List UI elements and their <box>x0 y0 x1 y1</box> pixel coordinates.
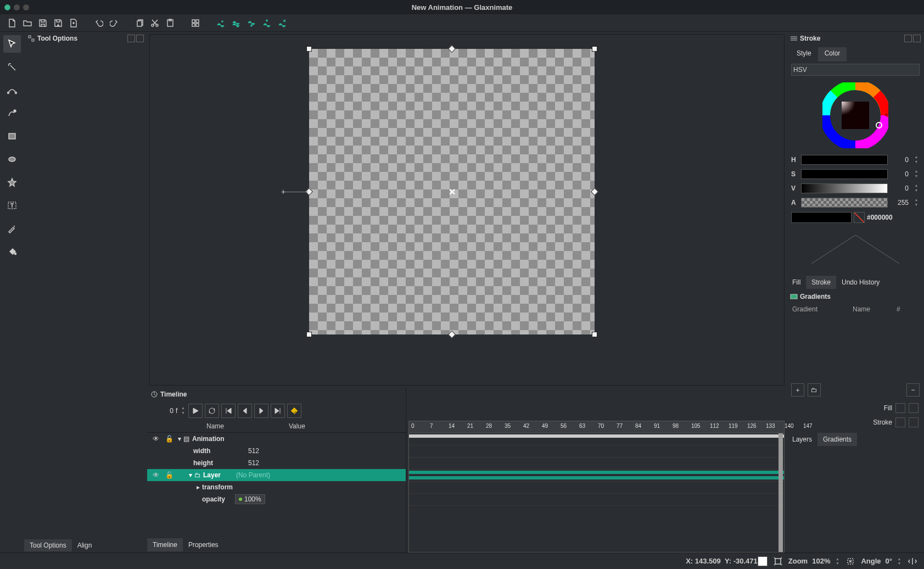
panel-close-button[interactable] <box>136 35 144 42</box>
zoom-down[interactable]: ▼ <box>835 561 840 566</box>
color-mode-select[interactable]: HSV <box>791 64 920 76</box>
paste-button[interactable] <box>164 16 177 30</box>
record-keyframe-button[interactable] <box>287 404 301 418</box>
fill-linear-button[interactable] <box>895 403 905 413</box>
selection-handle-tr[interactable] <box>592 46 597 52</box>
save-file-button[interactable] <box>36 16 49 30</box>
zoom-up[interactable]: ▲ <box>835 557 840 561</box>
save-as-button[interactable] <box>52 16 65 30</box>
a-down[interactable]: ▼ <box>913 203 920 208</box>
lock-icon[interactable]: 🔓 <box>163 435 176 443</box>
current-swatch[interactable] <box>758 556 768 566</box>
row-value[interactable]: (No Parent) <box>236 471 406 479</box>
tab-properties[interactable]: Properties <box>183 538 224 551</box>
gradient-list[interactable] <box>787 315 924 381</box>
value-value[interactable]: 0 <box>891 185 910 192</box>
ellipse-tool[interactable] <box>3 150 21 168</box>
tree-row-height[interactable]: height 512 <box>147 457 406 469</box>
v-up[interactable]: ▲ <box>913 183 920 188</box>
saturation-slider[interactable] <box>801 169 888 179</box>
s-up[interactable]: ▲ <box>913 169 920 174</box>
opacity-value-input[interactable]: 100% <box>235 494 265 504</box>
tab-align[interactable]: Align <box>72 539 98 551</box>
selection-handle-tl[interactable] <box>306 46 312 52</box>
tab-stroke[interactable]: Stroke <box>806 276 836 289</box>
tree-row-transform[interactable]: ▸ transform <box>147 481 406 493</box>
next-frame-button[interactable] <box>254 404 268 418</box>
layer-lower-button[interactable] <box>245 16 258 30</box>
panel-float-button[interactable] <box>904 35 912 42</box>
visibility-icon[interactable]: 👁 <box>149 435 163 443</box>
new-gradient-button[interactable]: ＋ <box>791 383 804 397</box>
color-picker-tool[interactable] <box>3 220 21 237</box>
panel-float-button[interactable] <box>127 35 135 42</box>
angle-up[interactable]: ▲ <box>897 557 902 561</box>
tab-layers[interactable]: Layers <box>787 433 817 446</box>
tab-timeline[interactable]: Timeline <box>147 538 183 551</box>
stroke-linear-button[interactable] <box>895 417 905 427</box>
layer-duplicate-button[interactable] <box>229 16 243 30</box>
play-button[interactable] <box>188 404 203 418</box>
selection-anchor-icon[interactable]: ✕ <box>449 187 456 197</box>
layer-new-button[interactable] <box>214 16 227 30</box>
track-width[interactable] <box>409 445 784 458</box>
window-minimize-button[interactable] <box>14 4 20 10</box>
zoom-fit-button[interactable] <box>772 555 784 567</box>
value-slider[interactable] <box>801 183 888 193</box>
timeline-tracks[interactable] <box>408 433 785 553</box>
undo-button[interactable] <box>92 16 105 30</box>
window-close-button[interactable] <box>4 4 10 10</box>
alpha-value[interactable]: 255 <box>891 199 910 207</box>
frame-spin-down[interactable]: ▼ <box>180 411 186 416</box>
visibility-icon[interactable]: 👁 <box>149 471 163 479</box>
bezier-tool[interactable] <box>3 81 21 99</box>
lock-icon[interactable]: 🔓 <box>163 471 176 479</box>
selection-handle-bl[interactable] <box>306 332 312 337</box>
prev-frame-button[interactable] <box>238 404 252 418</box>
timeline-tracks-area[interactable]: 0714212835424956637077849198105112119126… <box>406 388 787 553</box>
edit-tool[interactable] <box>3 58 21 76</box>
rectangle-tool[interactable] <box>3 127 21 145</box>
track-height[interactable] <box>409 458 784 470</box>
expand-toggle[interactable]: ▾ <box>176 435 183 443</box>
tab-undo-history[interactable]: Undo History <box>836 276 885 289</box>
loop-button[interactable] <box>205 404 219 418</box>
selection-handle-br[interactable] <box>592 332 597 337</box>
h-up[interactable]: ▲ <box>913 155 920 160</box>
bucket-fill-tool[interactable] <box>3 243 21 260</box>
hue-value[interactable]: 0 <box>891 156 910 164</box>
s-down[interactable]: ▼ <box>913 174 920 179</box>
layer-tree[interactable]: 👁 🔓 ▾ ▤ Animation width 512 hei <box>147 433 406 537</box>
no-color-button[interactable] <box>854 212 865 223</box>
select-tool[interactable] <box>3 35 21 53</box>
row-value[interactable]: 512 <box>248 447 406 455</box>
open-file-button[interactable] <box>21 16 34 30</box>
track-transform[interactable] <box>409 482 784 494</box>
expand-toggle[interactable]: ▸ <box>194 483 202 491</box>
freehand-tool[interactable] <box>3 104 21 122</box>
fill-radial-button[interactable] <box>909 403 919 413</box>
row-value[interactable]: 512 <box>248 459 406 467</box>
select-all-button[interactable] <box>189 16 202 30</box>
tree-row-layer[interactable]: 👁 🔓 ▾ 🗀 Layer (No Parent) <box>147 469 406 481</box>
panel-close-button[interactable] <box>913 35 921 42</box>
zoom-value[interactable]: 102% <box>812 557 830 565</box>
text-tool[interactable] <box>3 197 21 214</box>
tab-color[interactable]: Color <box>818 47 847 62</box>
window-maximize-button[interactable] <box>23 4 29 10</box>
layer-delete-button[interactable] <box>276 16 289 30</box>
hex-input[interactable]: #000000 <box>867 214 920 221</box>
stroke-radial-button[interactable] <box>909 417 919 427</box>
angle-value[interactable]: 0° <box>886 557 892 565</box>
track-layer[interactable] <box>409 470 784 482</box>
current-color-swatch[interactable] <box>791 212 852 223</box>
cut-button[interactable] <box>148 16 161 30</box>
gradient-from-preset-button[interactable]: 🗀 <box>808 383 821 397</box>
h-down[interactable]: ▼ <box>913 160 920 165</box>
a-up[interactable]: ▲ <box>913 198 920 203</box>
redo-button[interactable] <box>108 16 121 30</box>
tree-row-width[interactable]: width 512 <box>147 445 406 457</box>
tree-row-animation[interactable]: 👁 🔓 ▾ ▤ Animation <box>147 433 406 445</box>
last-frame-button[interactable] <box>271 404 285 418</box>
canvas-viewport[interactable]: ✕ + <box>149 34 785 386</box>
